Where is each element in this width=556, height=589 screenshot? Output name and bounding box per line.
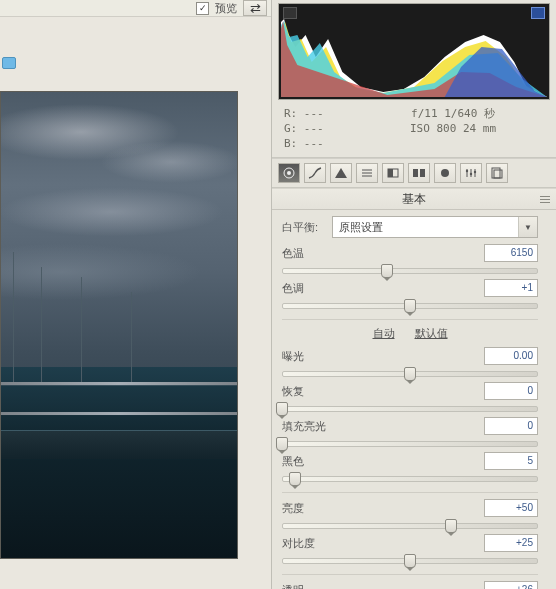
slider-exposure: 曝光0.00 bbox=[282, 347, 538, 379]
slider-bright: 亮度+50 bbox=[282, 499, 538, 531]
slider-track-tint[interactable] bbox=[282, 299, 538, 311]
slider-label-clarity: 透明 bbox=[282, 583, 304, 590]
slider-fill: 填充亮光0 bbox=[282, 417, 538, 449]
image-preview-frame bbox=[0, 91, 238, 559]
tab-presets[interactable] bbox=[486, 163, 508, 183]
readout-g: G: --- bbox=[284, 121, 358, 136]
slider-value-exposure[interactable]: 0.00 bbox=[484, 347, 538, 365]
tab-lens[interactable] bbox=[408, 163, 430, 183]
chip-row bbox=[0, 57, 271, 79]
tab-effects[interactable] bbox=[434, 163, 456, 183]
link-auto[interactable]: 自动 bbox=[373, 326, 395, 341]
readout-exposure: f/11 1/640 秒 bbox=[358, 106, 548, 121]
slider-label-bright: 亮度 bbox=[282, 501, 304, 516]
slider-temp: 色温6150 bbox=[282, 244, 538, 276]
slider-track-bright[interactable] bbox=[282, 519, 538, 531]
slider-label-recovery: 恢复 bbox=[282, 384, 304, 399]
slider-value-black[interactable]: 5 bbox=[484, 452, 538, 470]
slider-thumb-exposure[interactable] bbox=[404, 367, 416, 381]
slider-thumb-black[interactable] bbox=[289, 472, 301, 486]
basic-panel-body: 白平衡: 原照设置 ▼ 色温6150 色调+1 自动 默认值 曝光0.00 恢复… bbox=[272, 210, 556, 589]
readout-r: R: --- bbox=[284, 106, 358, 121]
separator-3 bbox=[282, 574, 538, 575]
slider-clarity: 透明+26 bbox=[282, 581, 538, 589]
image-preview[interactable] bbox=[1, 92, 237, 558]
svg-point-1 bbox=[287, 171, 291, 175]
app-root: ✓ 预览 ⇄ bbox=[0, 0, 556, 589]
exif-readout: R: --- G: --- B: --- f/11 1/640 秒 ISO 80… bbox=[272, 100, 556, 158]
slider-value-recovery[interactable]: 0 bbox=[484, 382, 538, 400]
develop-panel: R: --- G: --- B: --- f/11 1/640 秒 ISO 80… bbox=[272, 0, 556, 589]
tab-tonecurve[interactable] bbox=[304, 163, 326, 183]
svg-rect-7 bbox=[413, 169, 418, 177]
chevron-down-icon: ▼ bbox=[518, 217, 537, 237]
top-strip: ✓ 预览 ⇄ bbox=[0, 0, 271, 17]
tab-calibration[interactable] bbox=[460, 163, 482, 183]
slider-thumb-temp[interactable] bbox=[381, 264, 393, 278]
svg-point-14 bbox=[470, 173, 472, 175]
svg-rect-17 bbox=[494, 170, 502, 178]
white-balance-row: 白平衡: 原照设置 ▼ bbox=[282, 216, 538, 238]
slider-tint: 色调+1 bbox=[282, 279, 538, 311]
svg-rect-6 bbox=[388, 169, 393, 177]
preview-pane: ✓ 预览 ⇄ bbox=[0, 0, 272, 589]
snapshot-chip[interactable] bbox=[2, 57, 16, 69]
separator-2 bbox=[282, 492, 538, 493]
slider-label-temp: 色温 bbox=[282, 246, 304, 261]
slider-contrast: 对比度+25 bbox=[282, 534, 538, 566]
slider-track-exposure[interactable] bbox=[282, 367, 538, 379]
separator-1 bbox=[282, 319, 538, 320]
slider-black: 黑色5 bbox=[282, 452, 538, 484]
slider-track-temp[interactable] bbox=[282, 264, 538, 276]
slider-label-contrast: 对比度 bbox=[282, 536, 315, 551]
readout-b: B: --- bbox=[284, 136, 358, 151]
slider-recovery: 恢复0 bbox=[282, 382, 538, 414]
tab-splittone[interactable] bbox=[356, 163, 378, 183]
svg-point-9 bbox=[441, 169, 449, 177]
slider-value-temp[interactable]: 6150 bbox=[484, 244, 538, 262]
slider-value-bright[interactable]: +50 bbox=[484, 499, 538, 517]
slider-thumb-fill[interactable] bbox=[276, 437, 288, 451]
slider-thumb-recovery[interactable] bbox=[276, 402, 288, 416]
section-header-basic[interactable]: 基本 bbox=[272, 188, 556, 210]
slider-value-fill[interactable]: 0 bbox=[484, 417, 538, 435]
preview-label: 预览 bbox=[215, 1, 237, 16]
slider-value-clarity[interactable]: +26 bbox=[484, 581, 538, 589]
menu-icon[interactable] bbox=[540, 194, 550, 203]
slider-label-tint: 色调 bbox=[282, 281, 304, 296]
slider-label-fill: 填充亮光 bbox=[282, 419, 326, 434]
tab-detail[interactable] bbox=[382, 163, 404, 183]
slider-label-exposure: 曝光 bbox=[282, 349, 304, 364]
slider-value-tint[interactable]: +1 bbox=[484, 279, 538, 297]
slider-label-black: 黑色 bbox=[282, 454, 304, 469]
slider-track-recovery[interactable] bbox=[282, 402, 538, 414]
wb-selected: 原照设置 bbox=[339, 220, 383, 235]
slider-thumb-bright[interactable] bbox=[445, 519, 457, 533]
svg-point-13 bbox=[466, 170, 468, 172]
slider-track-black[interactable] bbox=[282, 472, 538, 484]
histogram[interactable] bbox=[278, 3, 550, 100]
slider-track-contrast[interactable] bbox=[282, 554, 538, 566]
tab-hsl[interactable] bbox=[330, 163, 352, 183]
svg-point-15 bbox=[474, 171, 476, 173]
section-title: 基本 bbox=[402, 191, 426, 208]
svg-rect-8 bbox=[420, 169, 425, 177]
tab-basic[interactable] bbox=[278, 163, 300, 183]
swap-button[interactable]: ⇄ bbox=[243, 0, 267, 16]
panel-tabs bbox=[272, 158, 556, 188]
slider-thumb-tint[interactable] bbox=[404, 299, 416, 313]
preview-checkbox[interactable]: ✓ bbox=[196, 2, 209, 15]
wb-select[interactable]: 原照设置 ▼ bbox=[332, 216, 538, 238]
slider-track-fill[interactable] bbox=[282, 437, 538, 449]
slider-thumb-contrast[interactable] bbox=[404, 554, 416, 568]
readout-iso: ISO 800 24 mm bbox=[358, 121, 548, 136]
link-default[interactable]: 默认值 bbox=[415, 326, 448, 341]
wb-label: 白平衡: bbox=[282, 220, 332, 235]
auto-default-links: 自动 默认值 bbox=[282, 326, 538, 341]
slider-value-contrast[interactable]: +25 bbox=[484, 534, 538, 552]
